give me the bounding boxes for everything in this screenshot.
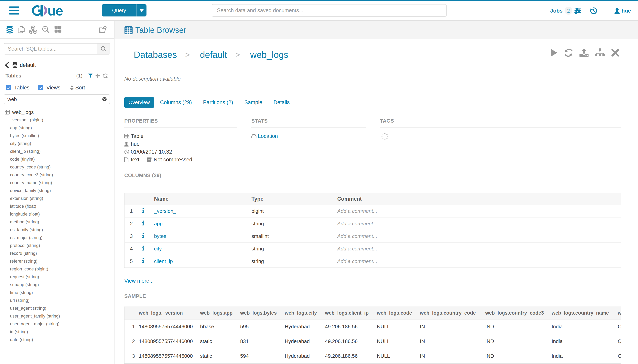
column-info-icon[interactable] (138, 230, 148, 242)
breadcrumb-table[interactable]: web_logs (250, 50, 288, 60)
location-link[interactable]: Location (258, 133, 278, 139)
sidebar-column-item[interactable]: country_code (string) (10, 163, 114, 171)
views-checkbox[interactable] (38, 85, 43, 90)
table-filter-input[interactable] (4, 96, 102, 102)
sidebar-table-name[interactable]: web_logs (12, 109, 34, 115)
close-icon[interactable] (611, 48, 619, 57)
sidebar-column-item[interactable]: user_agent_family (string) (10, 312, 114, 320)
sidebar-column-item[interactable]: bytes (smallint) (10, 132, 114, 140)
query-button-label[interactable]: Query (102, 4, 137, 16)
tab-overview[interactable]: Overview (124, 97, 154, 108)
documents-assist-icon[interactable] (17, 25, 26, 34)
history-icon[interactable] (590, 7, 597, 14)
jobs-count-badge[interactable]: 2 (565, 7, 572, 15)
column-comment-placeholder[interactable]: Add a comment... (337, 230, 621, 242)
filter-funnel-icon[interactable] (88, 73, 93, 78)
sidebar-column-item[interactable]: os_family (string) (10, 226, 114, 234)
sidebar-column-item[interactable]: referer (string) (10, 257, 114, 265)
tables-checkbox-label[interactable]: Tables (14, 85, 30, 91)
sidebar-column-item[interactable]: country_code3 (string) (10, 171, 114, 179)
sidebar-column-item[interactable]: city (string) (10, 140, 114, 148)
query-button[interactable]: Query (102, 4, 146, 16)
sidebar-column-item[interactable]: user_agent_major (string) (10, 320, 114, 328)
upload-icon[interactable] (579, 48, 588, 57)
sitemap-icon[interactable] (595, 48, 605, 57)
tables-checkbox[interactable] (6, 85, 11, 90)
tab-columns[interactable]: Columns (29) (160, 100, 192, 106)
column-comment-placeholder[interactable]: Add a comment... (337, 218, 621, 230)
property-format-value: text (131, 157, 139, 163)
sidebar-column-item[interactable]: os_major (string) (10, 234, 114, 242)
sidebar-column-item[interactable]: device_family (string) (10, 187, 114, 194)
sample-column-header: web_logs.code (377, 307, 420, 319)
apps-grid-icon[interactable] (54, 25, 62, 33)
sidebar-column-item[interactable]: date (string) (10, 336, 114, 344)
sql-assist-icon[interactable] (6, 25, 14, 34)
breadcrumb-databases[interactable]: Databases (134, 50, 177, 60)
jobs-link[interactable]: Jobs (550, 8, 563, 14)
sidebar-column-item[interactable]: country_name (string) (10, 179, 114, 187)
sidebar-column-item[interactable]: latitude (float) (10, 202, 114, 210)
back-chevron-icon[interactable] (5, 62, 9, 68)
sidebar-search-button[interactable] (97, 44, 110, 54)
sidebar-column-item[interactable]: code (tinyint) (10, 155, 114, 163)
database-name[interactable]: default (20, 62, 36, 68)
sidebar-column-item[interactable]: extension (string) (10, 194, 114, 202)
refresh-table-icon[interactable] (564, 48, 573, 57)
sort-icon[interactable] (70, 85, 74, 90)
functions-assist-icon[interactable] (29, 25, 38, 34)
sidebar-column-item[interactable]: record (string) (10, 250, 114, 257)
sidebar-column-item[interactable]: app (string) (10, 124, 114, 132)
column-name-link[interactable]: _version_ (148, 205, 252, 218)
sidebar-column-item[interactable]: longitude (float) (10, 210, 114, 218)
breadcrumb-database[interactable]: default (200, 50, 227, 60)
tab-partitions[interactable]: Partitions (2) (203, 100, 233, 106)
sidebar-column-item[interactable]: client_ip (string) (10, 148, 114, 155)
view-more-link[interactable]: View more... (124, 277, 154, 285)
query-dropdown-toggle[interactable] (137, 4, 146, 16)
sort-label[interactable]: Sort (75, 85, 85, 91)
open-folder-icon[interactable] (99, 25, 107, 34)
sidebar-column-item[interactable]: method (string) (10, 218, 114, 226)
jobs-sliders-icon[interactable] (574, 8, 581, 14)
column-info-icon[interactable] (138, 255, 148, 268)
add-icon[interactable] (95, 73, 100, 78)
sidebar-column-item[interactable]: url (string) (10, 296, 114, 304)
sidebar-column-item[interactable]: _version_ (bigint) (10, 116, 114, 124)
sidebar-column-item[interactable]: region_code (bigint) (10, 265, 114, 273)
sidebar-column-item[interactable]: id (string) (10, 328, 114, 336)
sidebar-column-item[interactable]: time (string) (10, 289, 114, 296)
column-name-link[interactable]: app (148, 218, 252, 230)
tab-details[interactable]: Details (274, 100, 290, 106)
column-name-link[interactable]: bytes (148, 230, 252, 242)
user-menu[interactable]: hue (614, 8, 631, 14)
table-description[interactable]: No description available (124, 75, 181, 83)
clear-filter-icon[interactable] (102, 97, 107, 102)
column-comment-placeholder[interactable]: Add a comment... (337, 255, 621, 268)
sidebar-column-item[interactable]: subapp (string) (10, 281, 114, 289)
search-zoom-icon[interactable] (42, 25, 50, 34)
hue-logo[interactable]: ue (32, 4, 77, 17)
database-breadcrumb[interactable]: default (5, 61, 36, 69)
column-comment-placeholder[interactable]: Add a comment... (337, 205, 621, 218)
column-name-link[interactable]: city (148, 242, 252, 255)
sidebar-table-web-logs[interactable]: web_logs (5, 108, 34, 116)
menu-hamburger-icon[interactable] (9, 6, 19, 14)
tab-sample[interactable]: Sample (244, 100, 262, 106)
sidebar-column-item[interactable]: protocol (string) (10, 242, 114, 250)
global-search-input[interactable] (212, 4, 447, 17)
sidebar-column-item[interactable]: user_agent (string) (10, 304, 114, 312)
column-comment-placeholder[interactable]: Add a comment... (337, 242, 621, 255)
sql-tables-search-input[interactable] (4, 44, 97, 54)
columns-table: Name Type Comment 1 (124, 193, 621, 268)
column-info-icon[interactable] (138, 218, 148, 230)
views-checkbox-label[interactable]: Views (46, 85, 61, 91)
column-name-link[interactable]: client_ip (148, 255, 252, 268)
column-info-icon[interactable] (138, 242, 148, 255)
query-play-icon[interactable] (550, 48, 558, 57)
column-info-icon[interactable] (138, 205, 148, 218)
caret-down-icon (139, 9, 144, 12)
refresh-icon[interactable] (103, 73, 108, 78)
sidebar-column-item[interactable]: request (string) (10, 273, 114, 281)
sample-column-header: web_logs.country_code (420, 307, 485, 319)
